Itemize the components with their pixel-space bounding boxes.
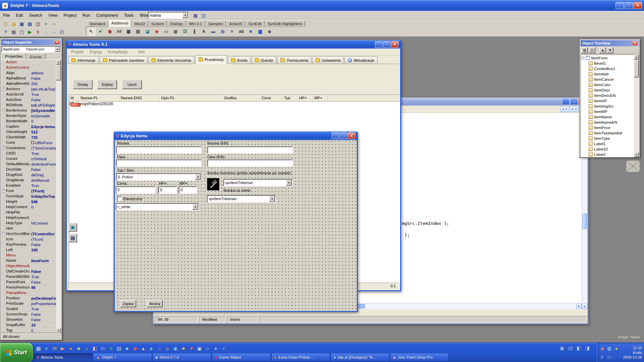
- valuelisteditor-icon[interactable]: ≡: [227, 27, 236, 36]
- component-tree[interactable]: − ItemForm Bevel1 ComboBox1: [581, 55, 635, 157]
- property-value[interactable]: False: [30, 76, 57, 80]
- chevron-down-icon[interactable]: ▼: [286, 180, 292, 186]
- chevron-down-icon[interactable]: ▼: [55, 47, 60, 52]
- task-delphi-7[interactable]: ▲ Delphi 7: [94, 353, 152, 361]
- property-value[interactable]: ItemForm: [30, 259, 57, 263]
- palette-splitter[interactable]: [84, 21, 85, 36]
- minimize-icon[interactable]: _: [615, 2, 624, 9]
- start-button[interactable]: Start: [0, 343, 33, 362]
- maskedit-icon[interactable]: ##: [115, 27, 124, 36]
- opis-en-input[interactable]: [207, 160, 293, 167]
- tree-item[interactable]: ItemImgSrc: [581, 104, 634, 109]
- word-icon[interactable]: W: [99, 345, 107, 353]
- palette-tab[interactable]: Win 3.1: [186, 20, 205, 27]
- scroll-up-icon[interactable]: ▲: [634, 55, 639, 60]
- typ-slot-combobox[interactable]: 0. Potion ▼: [116, 173, 202, 181]
- object-inspector-titlebar[interactable]: Object Inspector ✕: [1, 39, 61, 45]
- app-tab[interactable]: Elementy otoczenia: [148, 56, 195, 64]
- stringgrid-icon[interactable]: ▦: [124, 27, 133, 36]
- mp-input[interactable]: [179, 186, 197, 194]
- view-form-icon[interactable]: ▢: [18, 28, 25, 36]
- app-tab[interactable]: Ustawienia: [312, 56, 344, 64]
- property-value[interactable]: (TControlScr: [30, 232, 57, 236]
- scroll-thumb[interactable]: [582, 214, 587, 229]
- show-desktop-icon[interactable]: ▦: [35, 345, 42, 353]
- property-row[interactable]: DefaultMonitor dmActiveForm: [1, 162, 62, 167]
- move-up-icon[interactable]: ▲: [599, 47, 606, 53]
- taskband-icon-2[interactable]: ▤: [567, 344, 574, 352]
- close-icon[interactable]: ✕: [634, 2, 642, 9]
- help-icon[interactable]: ?: [2, 28, 9, 36]
- property-value[interactable]: htContext: [30, 221, 57, 225]
- property-row[interactable]: ScreenSnap False: [1, 312, 62, 317]
- drawgrid-icon[interactable]: ▤: [133, 27, 143, 36]
- palette-tab[interactable]: SynEdit Highlighters: [265, 20, 306, 27]
- zapisz-button[interactable]: Zapisz: [120, 300, 136, 307]
- property-value[interactable]: True: [30, 184, 57, 188]
- property-row[interactable]: ClientHeight 512: [1, 129, 62, 135]
- menu-item[interactable]: File: [0, 11, 13, 19]
- property-value[interactable]: False: [30, 318, 57, 322]
- column-header[interactable]: HP+: [298, 95, 313, 101]
- save-desktop-icon[interactable]: ▦: [192, 12, 199, 19]
- property-value[interactable]: alNone: [30, 71, 57, 75]
- nazwa-input[interactable]: [116, 146, 202, 154]
- property-row[interactable]: HelpType htContext: [1, 221, 62, 226]
- property-value[interactable]: False: [30, 312, 57, 316]
- property-value[interactable]: [akLeft,akTop]: [30, 87, 57, 91]
- hp-input[interactable]: [158, 186, 177, 194]
- palette-tab[interactable]: SynEdit: [245, 20, 265, 27]
- delphi-icon[interactable]: ▲: [140, 345, 147, 353]
- property-row[interactable]: DockSite False: [1, 167, 62, 172]
- column-header[interactable]: Nazwa ENG: [119, 95, 160, 101]
- property-value[interactable]: 335: [30, 248, 57, 252]
- inspector-scrollbar[interactable]: ▲ ▼: [56, 60, 61, 333]
- network-icon[interactable]: ▥: [606, 346, 612, 351]
- property-row[interactable]: Height 546: [1, 199, 62, 204]
- pause-icon[interactable]: ‖: [34, 28, 42, 36]
- property-row[interactable]: ShowHint False: [1, 317, 62, 322]
- property-row[interactable]: Caption Edycja itemu: [1, 124, 62, 129]
- property-grid[interactable]: Action ActiveControl Align alNone: [1, 60, 62, 333]
- expand-icon[interactable]: [2, 189, 5, 192]
- labelededit-icon[interactable]: ab: [237, 27, 246, 36]
- property-value[interactable]: True: [30, 307, 57, 311]
- checklistbox-icon[interactable]: ☑: [180, 27, 190, 36]
- tree-item[interactable]: ComboBox1: [581, 66, 634, 71]
- task-browser[interactable]: ● Eana Fidan Prilula -...: [272, 353, 330, 361]
- firefox-icon[interactable]: ●: [67, 345, 74, 353]
- outlook-icon[interactable]: ✉: [51, 345, 58, 353]
- media-player-icon[interactable]: ▶: [59, 345, 66, 353]
- property-value[interactable]: False: [30, 243, 57, 247]
- column-header[interactable]: MP+: [313, 95, 328, 101]
- kolor-combobox[interactable]: c_white ▼: [116, 203, 199, 210]
- property-row[interactable]: ParentBiDiMod True: [1, 274, 62, 280]
- edytuj-button[interactable]: Edytuj: [97, 80, 117, 89]
- open-icon[interactable]: ◪: [10, 20, 17, 27]
- property-row[interactable]: KeyPreview False: [1, 242, 62, 247]
- run-icon[interactable]: ▶: [26, 28, 34, 36]
- property-value[interactable]: 0: [30, 119, 57, 123]
- dwureczny-checkbox[interactable]: [117, 196, 121, 201]
- tree-item[interactable]: ItemHP: [581, 98, 634, 104]
- dialog-titlebar[interactable]: ♥ Edycja itemu _ □ ✕: [115, 131, 357, 140]
- property-value[interactable]: 512: [30, 130, 57, 134]
- app-tab[interactable]: Questy: [252, 56, 276, 64]
- form-component-icon[interactable]: ▣: [68, 223, 77, 232]
- scroll-thumb[interactable]: [634, 60, 639, 77]
- move-down-icon[interactable]: ▼: [607, 47, 613, 53]
- property-row[interactable]: Anchors [akLeft,akTop]: [1, 86, 62, 92]
- statictext-icon[interactable]: A: [199, 27, 208, 36]
- speedbutton-icon[interactable]: ◉: [105, 27, 114, 36]
- expand-icon[interactable]: [2, 109, 5, 112]
- remove-from-project-icon[interactable]: −: [50, 20, 58, 27]
- close-icon[interactable]: ✕: [54, 40, 60, 45]
- maximize-icon[interactable]: □: [340, 132, 347, 139]
- tree-item[interactable]: ItemMP: [581, 109, 634, 114]
- property-row[interactable]: Position poDesktopCe: [1, 296, 62, 301]
- notepad-icon[interactable]: ▤: [115, 345, 123, 353]
- property-row[interactable]: HorzScrollBar (TControlScr: [1, 231, 62, 237]
- property-value[interactable]: True: [30, 152, 57, 156]
- property-row[interactable]: HelpKeyword: [1, 215, 62, 221]
- maximize-icon[interactable]: □: [625, 2, 633, 9]
